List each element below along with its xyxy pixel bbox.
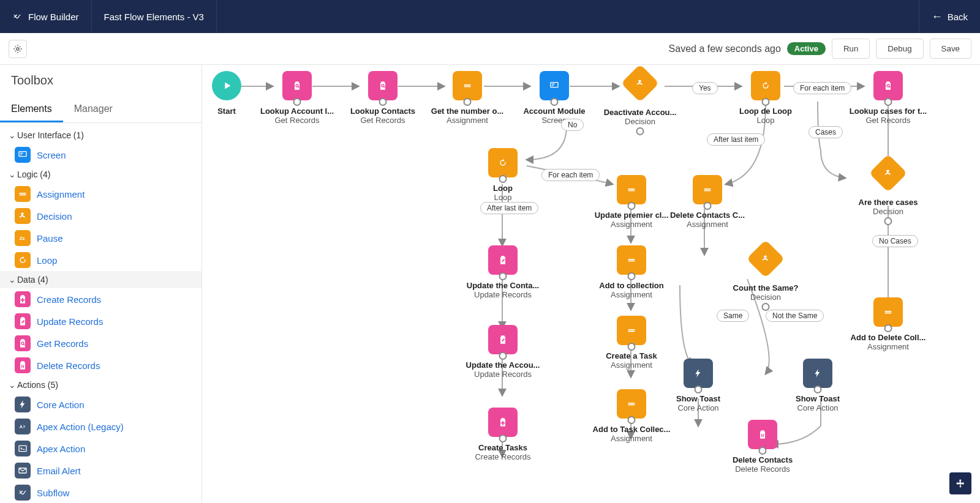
item-apex-legacy[interactable]: Apex Action (Legacy)	[0, 415, 202, 438]
save-button[interactable]: Save	[930, 39, 971, 59]
update-records-icon	[498, 255, 508, 265]
pause-icon	[15, 230, 31, 246]
group-data[interactable]: ⌄Data (4)	[0, 271, 202, 288]
node-update-premier[interactable]: Update premier cl...Assignment	[592, 175, 671, 229]
connectors	[202, 65, 980, 503]
app-title: Flow Builder	[0, 0, 92, 33]
update-records-icon	[498, 335, 508, 345]
item-get-records[interactable]: Get Records	[0, 332, 202, 354]
status-badge: Active	[787, 42, 826, 55]
flow-canvas[interactable]: Start Lookup Account I...Get Records Loo…	[202, 65, 980, 503]
node-are-cases[interactable]: Are there casesDecision	[848, 160, 928, 216]
tag-same: Same	[717, 310, 749, 322]
tag-notsame: Not the Same	[766, 310, 824, 322]
decision-icon	[635, 78, 645, 88]
item-subflow[interactable]: Subflow	[0, 482, 202, 503]
assignment-icon	[627, 185, 636, 195]
decision-icon	[883, 168, 893, 178]
item-email[interactable]: Email Alert	[0, 460, 202, 482]
apex-legacy-icon	[15, 419, 31, 434]
tag-cases: Cases	[809, 126, 843, 138]
assignment-icon	[627, 326, 636, 335]
tag-foreach-2: For each item	[793, 82, 851, 94]
node-add-delete-coll[interactable]: Add to Delete Coll...Assignment	[848, 297, 928, 351]
assignment-icon	[883, 307, 893, 317]
node-toast2[interactable]: Show ToastCore Action	[778, 359, 858, 412]
bolt-icon	[693, 368, 703, 378]
pan-button[interactable]	[949, 472, 971, 494]
apex-icon	[15, 441, 31, 456]
item-screen[interactable]: Screen	[0, 144, 202, 166]
get-records-icon	[883, 81, 893, 91]
get-records-icon	[292, 81, 302, 91]
node-add-collection[interactable]: Add to collectionAssignment	[592, 245, 671, 299]
node-loop[interactable]: LoopLoop	[463, 148, 543, 202]
chevron-down-icon: ⌄	[7, 380, 17, 390]
core-action-icon	[15, 397, 31, 412]
delete-records-icon	[15, 357, 31, 373]
tag-no: No	[561, 119, 584, 131]
toolbox-sidebar: Toolbox Elements Manager ⌄User Interface…	[0, 65, 202, 503]
get-records-icon	[15, 335, 31, 351]
node-deactivate[interactable]: Deactivate Accou...Decision	[600, 70, 680, 126]
node-lookup-account[interactable]: Lookup Account I...Get Records	[257, 71, 337, 125]
gear-icon	[13, 44, 23, 54]
create-records-icon	[15, 291, 31, 307]
node-get-number[interactable]: Get the number o...Assignment	[428, 71, 507, 125]
move-icon	[956, 479, 965, 488]
item-create-records[interactable]: Create Records	[0, 288, 202, 310]
create-records-icon	[498, 417, 508, 427]
node-delete-contacts-c[interactable]: Delete Contacts C...Assignment	[668, 175, 747, 229]
node-create-tasks[interactable]: Create TasksCreate Records	[463, 408, 543, 461]
item-pause[interactable]: Pause	[0, 227, 202, 249]
group-ui[interactable]: ⌄User Interface (1)	[0, 127, 202, 144]
back-button[interactable]: ←Back	[919, 0, 980, 33]
decision-icon	[15, 208, 31, 224]
get-records-icon	[378, 81, 388, 91]
assignment-icon	[627, 399, 636, 409]
tab-manager[interactable]: Manager	[63, 97, 124, 122]
screen-icon	[15, 147, 31, 163]
loop-icon	[498, 158, 508, 168]
doc-title: Fast Flow Elements - V3	[92, 0, 217, 33]
toolbar: Saved a few seconds ago Active Run Debug…	[0, 33, 980, 65]
update-records-icon	[15, 313, 31, 329]
assignment-icon	[15, 186, 31, 202]
toolbox-title: Toolbox	[0, 73, 202, 88]
node-delete-contacts[interactable]: Delete ContactsDelete Records	[723, 420, 802, 474]
node-lookup-cases[interactable]: Lookup cases for t...Get Records	[848, 71, 928, 125]
item-core-action[interactable]: Core Action	[0, 393, 202, 415]
tag-yes: Yes	[692, 82, 718, 94]
group-logic[interactable]: ⌄Logic (4)	[0, 166, 202, 183]
decision-icon	[761, 254, 771, 264]
node-toast1[interactable]: Show ToastCore Action	[658, 359, 738, 412]
chevron-down-icon: ⌄	[7, 170, 17, 179]
settings-button[interactable]	[9, 40, 27, 58]
item-delete-records[interactable]: Delete Records	[0, 354, 202, 376]
toolbox-tabs: Elements Manager	[0, 97, 202, 123]
node-update-contacts[interactable]: Update the Conta...Update Records	[463, 245, 543, 299]
play-icon	[220, 79, 233, 92]
delete-records-icon	[758, 430, 767, 439]
chevron-down-icon: ⌄	[7, 130, 17, 140]
node-loop-de-loop[interactable]: Loop de LoopLoop	[726, 71, 805, 125]
tag-nocases: No Cases	[872, 235, 918, 247]
debug-button[interactable]: Debug	[876, 39, 923, 59]
item-apex[interactable]: Apex Action	[0, 438, 202, 460]
item-decision[interactable]: Decision	[0, 205, 202, 227]
assignment-icon	[703, 185, 712, 195]
node-account-module[interactable]: Account ModuleScreen	[514, 71, 594, 125]
node-lookup-contacts[interactable]: Lookup ContactsGet Records	[343, 71, 423, 125]
run-button[interactable]: Run	[832, 39, 870, 59]
saved-status: Saved a few seconds ago	[669, 43, 781, 54]
item-assignment[interactable]: Assignment	[0, 183, 202, 205]
group-actions[interactable]: ⌄Actions (5)	[0, 376, 202, 393]
tab-elements[interactable]: Elements	[0, 97, 63, 122]
app-header: Flow Builder Fast Flow Elements - V3 ←Ba…	[0, 0, 980, 33]
loop-icon	[15, 252, 31, 268]
item-update-records[interactable]: Update Records	[0, 310, 202, 332]
item-loop[interactable]: Loop	[0, 249, 202, 271]
chevron-down-icon: ⌄	[7, 275, 17, 285]
node-count-same[interactable]: Count the Same?Decision	[726, 245, 805, 302]
node-update-account[interactable]: Update the Accou...Update Records	[463, 325, 543, 379]
